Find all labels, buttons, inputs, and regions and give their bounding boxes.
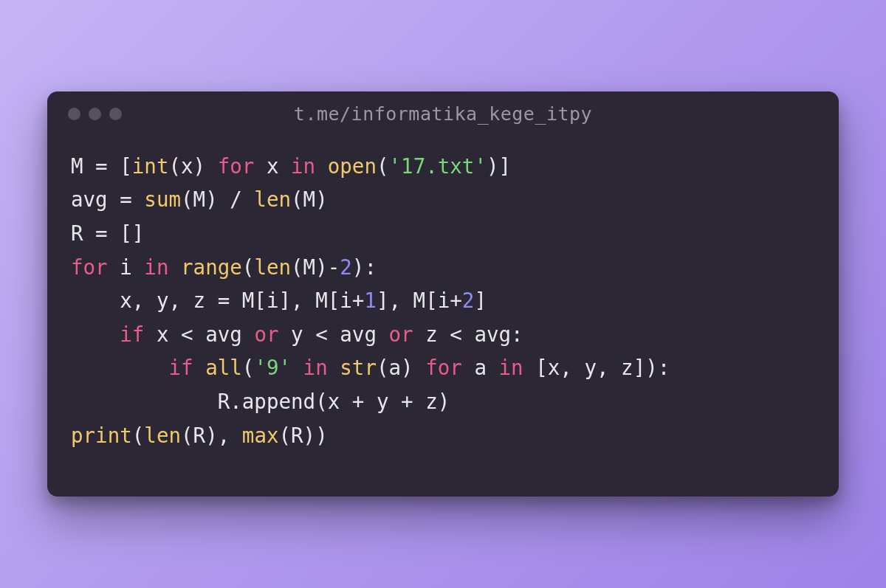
code-token: (x) bbox=[168, 154, 217, 178]
code-token bbox=[193, 356, 206, 379]
code-token: max bbox=[242, 423, 279, 447]
code-token: len bbox=[254, 187, 291, 211]
code-token: ( bbox=[242, 255, 255, 279]
code-token: x < avg bbox=[144, 322, 254, 346]
code-token: in bbox=[144, 255, 168, 279]
traffic-lights bbox=[68, 108, 122, 120]
code-window: t.me/informatika_kege_itpy M = [int(x) f… bbox=[47, 91, 839, 497]
code-token: open bbox=[328, 154, 377, 178]
code-token: for bbox=[71, 255, 108, 279]
code-token: len bbox=[254, 255, 291, 279]
code-token: if bbox=[168, 356, 193, 379]
minimize-icon[interactable] bbox=[89, 108, 101, 120]
code-token: )] bbox=[487, 154, 511, 178]
code-token: '17.txt' bbox=[389, 154, 487, 178]
code-token bbox=[71, 322, 120, 346]
code-token: (M) bbox=[291, 187, 328, 211]
code-token: for bbox=[425, 356, 462, 379]
code-block: M = [int(x) for x in open('17.txt')]avg … bbox=[47, 128, 839, 460]
code-line: x, y, z = M[i], M[i+1], M[i+2] bbox=[71, 284, 815, 318]
code-token: for bbox=[218, 154, 255, 178]
code-token: M = [ bbox=[71, 154, 132, 178]
code-token: print bbox=[71, 423, 132, 447]
code-token: sum bbox=[144, 187, 181, 211]
code-token: y < avg bbox=[279, 322, 389, 346]
code-token: z < avg: bbox=[413, 322, 523, 346]
code-token: if bbox=[120, 322, 144, 346]
code-line: print(len(R), max(R)) bbox=[71, 419, 815, 453]
code-line: R = [] bbox=[71, 217, 815, 251]
code-token: a bbox=[462, 356, 499, 379]
code-line: R.append(x + y + z) bbox=[71, 385, 815, 419]
titlebar: t.me/informatika_kege_itpy bbox=[47, 91, 839, 128]
code-line: if x < avg or y < avg or z < avg: bbox=[71, 318, 815, 352]
code-token: all bbox=[205, 356, 242, 379]
code-token: in bbox=[291, 154, 315, 178]
code-token bbox=[315, 154, 328, 178]
code-token bbox=[71, 356, 168, 379]
code-token: range bbox=[181, 255, 242, 279]
close-icon[interactable] bbox=[68, 108, 80, 120]
code-token: len bbox=[144, 423, 181, 447]
code-token: (R)) bbox=[279, 423, 328, 447]
code-token: '9' bbox=[254, 356, 291, 379]
code-token: ): bbox=[352, 255, 377, 279]
code-token bbox=[168, 255, 181, 279]
code-token bbox=[291, 356, 303, 379]
code-token: ] bbox=[474, 288, 487, 312]
code-token: (M)- bbox=[291, 255, 340, 279]
code-token: 2 bbox=[462, 288, 475, 312]
code-token: or bbox=[254, 322, 278, 346]
code-token: i bbox=[108, 255, 145, 279]
code-line: M = [int(x) for x in open('17.txt')] bbox=[71, 150, 815, 184]
code-token: ], M[i+ bbox=[377, 288, 462, 312]
code-token: (M) / bbox=[181, 187, 254, 211]
code-token: avg = bbox=[71, 187, 144, 211]
code-token: ( bbox=[242, 356, 255, 379]
code-line: for i in range(len(M)-2): bbox=[71, 251, 815, 285]
code-token: 2 bbox=[340, 255, 352, 279]
code-token: (R), bbox=[181, 423, 242, 447]
window-title: t.me/informatika_kege_itpy bbox=[47, 103, 839, 125]
code-token: R = [] bbox=[71, 221, 144, 245]
code-token: ( bbox=[377, 154, 389, 178]
code-token: (a) bbox=[377, 356, 425, 379]
code-line: if all('9' in str(a) for a in [x, y, z])… bbox=[71, 351, 815, 385]
code-token: x, y, z = M[i], M[i+ bbox=[71, 288, 364, 312]
code-token: int bbox=[132, 154, 169, 178]
code-token bbox=[328, 356, 340, 379]
code-token: 1 bbox=[364, 288, 377, 312]
code-token: ( bbox=[132, 423, 145, 447]
code-token: [x, y, z]): bbox=[523, 356, 670, 379]
maximize-icon[interactable] bbox=[109, 108, 122, 120]
code-token: x bbox=[254, 154, 291, 178]
code-token: in bbox=[303, 356, 328, 379]
code-token: or bbox=[389, 322, 413, 346]
code-token: in bbox=[499, 356, 523, 379]
code-token: str bbox=[340, 356, 377, 379]
code-line: avg = sum(M) / len(M) bbox=[71, 183, 815, 217]
code-token: R.append(x + y + z) bbox=[71, 390, 450, 413]
